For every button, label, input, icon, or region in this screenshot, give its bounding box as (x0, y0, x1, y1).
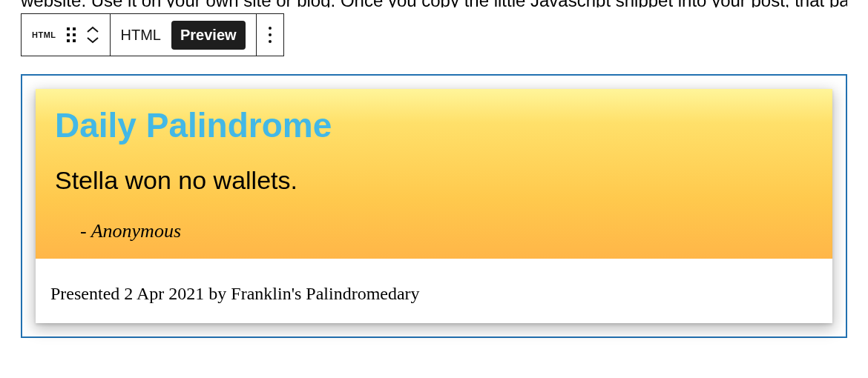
surrounding-article-text: website. Use it on your own site or blog… (21, 0, 847, 7)
block-mover (86, 26, 99, 44)
palindrome-text: Stella won no wallets. (55, 166, 813, 195)
widget-footer: Presented 2 Apr 2021 by Franklin's Palin… (36, 259, 832, 323)
block-toolbar: HTML HTML Preview (21, 13, 284, 56)
drag-handle-icon[interactable] (67, 27, 76, 42)
toolbar-segment-overflow (257, 14, 283, 56)
move-up-icon[interactable] (86, 26, 99, 33)
palindrome-attribution: - Anonymous (55, 220, 813, 242)
mode-html-button[interactable]: HTML (121, 27, 161, 44)
more-options-icon[interactable] (267, 27, 273, 43)
palindrome-widget-header: Daily Palindrome Stella won no wallets. … (36, 89, 832, 259)
block-type-chip[interactable]: HTML (32, 30, 56, 39)
move-down-icon[interactable] (86, 36, 99, 44)
widget-title: Daily Palindrome (55, 105, 813, 145)
palindrome-widget-card: Daily Palindrome Stella won no wallets. … (36, 89, 832, 323)
toolbar-segment-block-controls: HTML (22, 14, 111, 56)
selected-block-frame[interactable]: Daily Palindrome Stella won no wallets. … (21, 74, 847, 338)
mode-preview-button[interactable]: Preview (171, 21, 246, 50)
toolbar-segment-mode: HTML Preview (111, 14, 257, 56)
